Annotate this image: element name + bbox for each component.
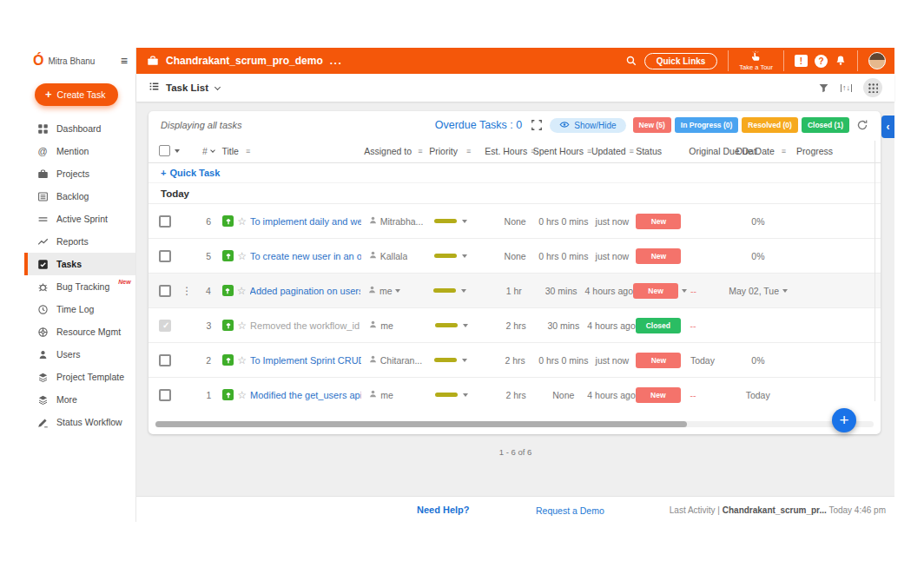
status-badge[interactable]: Closed [636, 318, 681, 333]
sidebar-item-users[interactable]: Users [24, 343, 135, 366]
select-menu-caret-icon[interactable] [175, 149, 180, 153]
sidebar-item-backlog[interactable]: Backlog [24, 185, 135, 208]
row-checkbox[interactable] [159, 354, 171, 366]
priority-caret-icon[interactable] [463, 393, 468, 397]
task-type-icon[interactable] [222, 285, 234, 296]
task-title-link[interactable]: Added pagination on users api endpoint [250, 286, 360, 296]
project-more-icon[interactable]: ... [330, 55, 343, 67]
col-header-prog[interactable]: Progress [789, 146, 881, 156]
star-icon[interactable]: ☆ [237, 285, 247, 297]
assignee-cell[interactable]: Chitaran... [368, 354, 432, 366]
task-title-link[interactable]: To Implement Sprint CRUD operation and .… [250, 355, 361, 366]
select-all-checkbox[interactable] [159, 145, 170, 156]
priority-caret-icon[interactable] [462, 220, 467, 223]
project-title[interactable]: Chandrakant_scrum_pro_demo [166, 55, 323, 67]
refresh-icon[interactable] [856, 119, 868, 131]
task-title-link[interactable]: Removed the workflow_id on workflow en..… [250, 320, 361, 331]
assignee-cell[interactable]: Kallala [368, 250, 432, 261]
request-demo-link[interactable]: Request a Demo [536, 505, 604, 516]
status-badge[interactable]: New [636, 353, 681, 368]
priority-bar[interactable] [435, 323, 458, 327]
quick-task-button[interactable]: + Quick Task [148, 163, 881, 183]
search-icon[interactable] [625, 55, 637, 67]
due-date-caret-icon[interactable] [782, 289, 788, 293]
task-type-icon[interactable] [222, 354, 234, 366]
sidebar-item-time-log[interactable]: Time Log [24, 298, 135, 320]
task-title-link[interactable]: To implement daily and weekly timelog fi… [250, 216, 361, 227]
need-help-link[interactable]: Need Help? [417, 505, 470, 515]
col-header-num[interactable]: # [195, 146, 221, 156]
create-task-button[interactable]: + Create Task [35, 83, 118, 106]
filter-badge[interactable]: Closed (1) [802, 117, 849, 133]
collapse-panel-tab[interactable]: ‹ [881, 116, 894, 138]
sort-toggle-icon[interactable]: ↑↓ [841, 84, 852, 92]
col-header-updated[interactable]: Updated≡ [590, 146, 637, 156]
chevron-down-icon[interactable] [214, 83, 221, 89]
horizontal-scrollbar[interactable] [155, 421, 874, 427]
sidebar-item-projects[interactable]: Projects [24, 162, 135, 185]
row-checkbox[interactable] [159, 215, 171, 228]
assignee-cell[interactable]: me [368, 389, 432, 400]
priority-bar[interactable] [434, 254, 457, 258]
filter-badge[interactable]: In Progress (0) [675, 117, 739, 133]
priority-caret-icon[interactable] [463, 324, 468, 327]
assignee-cell[interactable]: Mitrabha... [368, 215, 432, 227]
col-header-title[interactable]: Title≡ [221, 146, 364, 156]
star-icon[interactable]: ☆ [237, 389, 247, 401]
sidebar-item-project-template[interactable]: Project Template [24, 366, 135, 388]
task-title-link[interactable]: Modified the get_users api api endpoint … [250, 390, 361, 400]
sidebar-item-reports[interactable]: Reports [24, 230, 135, 253]
status-badge[interactable]: New [636, 387, 681, 403]
task-title-link[interactable]: To create new user in an organization [250, 251, 361, 261]
sort-icon[interactable]: ≡ [418, 147, 422, 155]
help-icon[interactable]: ? [815, 55, 828, 68]
row-checkbox[interactable] [159, 250, 171, 262]
priority-bar[interactable] [434, 219, 457, 223]
star-icon[interactable]: ☆ [237, 354, 247, 366]
col-header-assigned[interactable]: Assigned to≡ [364, 146, 426, 156]
sort-icon[interactable]: ≡ [782, 147, 786, 155]
sidebar-item-bug-tracking[interactable]: Bug TrackingNew [24, 275, 135, 298]
status-badge[interactable]: New [636, 248, 681, 264]
overdue-tasks-label[interactable]: Overdue Tasks : 0 [435, 119, 523, 131]
star-icon[interactable]: ☆ [237, 250, 247, 262]
hamburger-menu-icon[interactable]: ≡ [121, 54, 128, 68]
feedback-icon[interactable]: ! [795, 55, 808, 67]
col-header-origdue[interactable]: Original Due Dat [685, 146, 732, 156]
priority-bar[interactable] [434, 358, 457, 362]
due-date-cell[interactable]: May 02, Tue [729, 286, 788, 296]
sidebar-item-mention[interactable]: @Mention [24, 140, 135, 162]
apps-grid-icon[interactable] [863, 78, 882, 97]
sidebar-item-tasks[interactable]: Tasks [24, 253, 135, 275]
priority-caret-icon[interactable] [461, 289, 466, 293]
row-checkbox[interactable] [159, 285, 171, 297]
notifications-bell-icon[interactable] [835, 55, 847, 67]
priority-caret-icon[interactable] [462, 254, 467, 258]
scrollbar-thumb[interactable] [155, 421, 687, 427]
sort-icon[interactable]: ≡ [630, 147, 634, 155]
col-header-est[interactable]: Est. Hours≡ [485, 146, 535, 156]
status-badge[interactable]: New [633, 283, 678, 299]
priority-bar[interactable] [435, 393, 458, 397]
task-type-icon[interactable] [222, 215, 234, 227]
col-header-spent[interactable]: Spent Hours≡ [536, 146, 590, 156]
quick-links-button[interactable]: Quick Links [644, 53, 718, 69]
task-type-icon[interactable] [222, 389, 234, 400]
star-icon[interactable]: ☆ [237, 320, 247, 332]
row-checkbox[interactable] [159, 320, 171, 332]
view-selector-label[interactable]: Task List [166, 82, 208, 93]
assignee-cell[interactable]: me [367, 285, 430, 296]
star-icon[interactable]: ☆ [237, 215, 247, 228]
selection-corners-icon[interactable] [531, 119, 543, 131]
sidebar-item-status-workflow[interactable]: Status Workflow [24, 411, 135, 433]
assignee-cell[interactable]: me [368, 320, 432, 331]
priority-bar[interactable] [433, 288, 456, 293]
user-avatar[interactable] [868, 52, 886, 69]
row-checkbox[interactable] [159, 389, 171, 401]
task-type-icon[interactable] [222, 320, 234, 331]
task-type-icon[interactable] [222, 250, 234, 261]
filter-icon[interactable] [818, 82, 829, 94]
sidebar-item-dashboard[interactable]: Dashboard [24, 117, 135, 140]
chevron-down-icon[interactable] [210, 148, 215, 153]
sidebar-item-resource-mgmt[interactable]: Resource Mgmt [24, 320, 135, 343]
